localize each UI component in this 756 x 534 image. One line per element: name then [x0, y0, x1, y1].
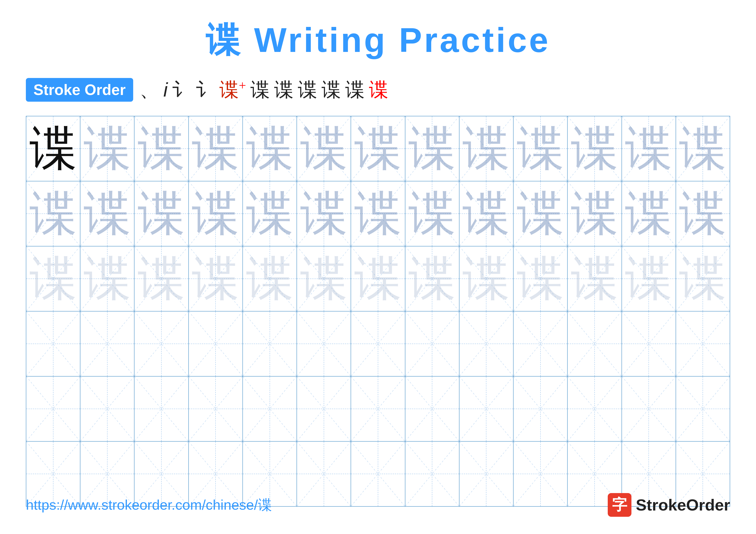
- grid-cell[interactable]: [80, 312, 134, 376]
- grid-cell[interactable]: 谍: [405, 116, 459, 181]
- svg-line-116: [351, 376, 405, 441]
- grid-cell[interactable]: 谍: [351, 181, 405, 246]
- grid-cell[interactable]: 谍: [405, 246, 459, 311]
- grid-cell[interactable]: 谍: [134, 116, 189, 181]
- grid-cell[interactable]: 谍: [26, 181, 80, 246]
- char-ghost: 谍: [571, 190, 618, 237]
- grid-cell[interactable]: 谍: [351, 116, 405, 181]
- practice-grid: 谍 谍 谍 谍 谍 谍 谍: [26, 116, 730, 507]
- grid-cell[interactable]: 谍: [243, 116, 297, 181]
- grid-cell[interactable]: [351, 376, 405, 441]
- grid-cell[interactable]: 谍: [243, 246, 297, 311]
- grid-cell[interactable]: 谍: [189, 181, 243, 246]
- grid-cell[interactable]: [297, 312, 351, 376]
- stroke-7: 谍: [274, 77, 293, 103]
- grid-row-1: 谍 谍 谍 谍 谍 谍 谍: [26, 116, 730, 181]
- svg-line-90: [351, 312, 405, 376]
- grid-cell[interactable]: 谍: [134, 246, 189, 311]
- grid-cell[interactable]: [80, 376, 134, 441]
- grid-cell[interactable]: 谍: [80, 116, 134, 181]
- grid-cell[interactable]: 谍: [189, 246, 243, 311]
- grid-cell[interactable]: [459, 376, 514, 441]
- grid-cell[interactable]: [676, 312, 730, 376]
- svg-line-128: [676, 376, 730, 441]
- char-ghost-light: 谍: [625, 255, 672, 302]
- grid-cell[interactable]: 谍: [243, 181, 297, 246]
- stroke-10: 谍: [345, 77, 364, 103]
- char-ghost: 谍: [84, 125, 131, 172]
- grid-cell[interactable]: [26, 376, 80, 441]
- char-ghost: 谍: [679, 125, 726, 172]
- grid-cell[interactable]: [134, 376, 189, 441]
- char-ghost: 谍: [517, 190, 564, 237]
- grid-cell[interactable]: 谍: [26, 246, 80, 311]
- grid-cell[interactable]: 谍: [514, 116, 568, 181]
- svg-line-99: [568, 312, 621, 376]
- grid-cell[interactable]: 谍: [80, 181, 134, 246]
- grid-cell[interactable]: [243, 312, 297, 376]
- stroke-8: 谍: [298, 77, 317, 103]
- grid-cell[interactable]: 谍: [405, 181, 459, 246]
- grid-cell[interactable]: [568, 376, 622, 441]
- svg-line-100: [622, 312, 676, 376]
- grid-cell[interactable]: 谍: [189, 116, 243, 181]
- grid-cell[interactable]: 谍: [568, 181, 622, 246]
- stroke-order-badge[interactable]: Stroke Order: [26, 78, 133, 102]
- char-ghost: 谍: [192, 190, 239, 237]
- grid-cell[interactable]: 谍: [676, 116, 730, 181]
- svg-line-125: [568, 376, 621, 441]
- grid-cell[interactable]: 谍: [622, 246, 676, 311]
- grid-cell[interactable]: [189, 312, 243, 376]
- grid-row-5: [26, 376, 730, 442]
- grid-cell[interactable]: [189, 376, 243, 441]
- grid-cell[interactable]: 谍: [297, 246, 351, 311]
- grid-cell[interactable]: 谍: [459, 181, 514, 246]
- grid-cell[interactable]: 谍: [622, 181, 676, 246]
- svg-line-101: [622, 312, 676, 376]
- grid-cell[interactable]: 谍: [26, 116, 80, 181]
- grid-cell[interactable]: [297, 376, 351, 441]
- grid-cell[interactable]: 谍: [568, 116, 622, 181]
- grid-cell[interactable]: 谍: [134, 181, 189, 246]
- strokeorder-logo-icon: 字: [608, 493, 632, 517]
- grid-cell[interactable]: 谍: [514, 181, 568, 246]
- grid-cell[interactable]: [568, 312, 622, 376]
- svg-line-97: [514, 312, 567, 376]
- grid-cell[interactable]: 谍: [676, 181, 730, 246]
- svg-line-78: [26, 312, 80, 376]
- stroke-9: 谍: [322, 77, 341, 103]
- char-ghost-light: 谍: [138, 255, 185, 302]
- grid-cell[interactable]: [26, 312, 80, 376]
- footer-url[interactable]: https://www.strokeorder.com/chinese/谍: [26, 496, 272, 514]
- grid-cell[interactable]: 谍: [514, 246, 568, 311]
- grid-cell[interactable]: 谍: [622, 116, 676, 181]
- grid-cell[interactable]: [622, 376, 676, 441]
- svg-line-104: [26, 376, 80, 441]
- grid-cell[interactable]: 谍: [80, 246, 134, 311]
- stroke-2: i: [163, 79, 168, 101]
- grid-cell[interactable]: [134, 312, 189, 376]
- grid-cell[interactable]: [405, 312, 459, 376]
- grid-cell[interactable]: 谍: [297, 181, 351, 246]
- char-ghost: 谍: [408, 125, 456, 172]
- char-ghost: 谍: [354, 125, 402, 172]
- grid-cell[interactable]: [622, 312, 676, 376]
- grid-cell[interactable]: 谍: [459, 116, 514, 181]
- grid-cell[interactable]: 谍: [568, 246, 622, 311]
- svg-line-96: [514, 312, 567, 376]
- grid-cell[interactable]: [676, 376, 730, 441]
- char-ghost: 谍: [625, 125, 672, 172]
- grid-cell[interactable]: [351, 312, 405, 376]
- grid-cell[interactable]: [514, 312, 568, 376]
- char-ghost: 谍: [300, 190, 348, 237]
- grid-cell[interactable]: [405, 376, 459, 441]
- grid-cell[interactable]: [243, 376, 297, 441]
- grid-cell[interactable]: 谍: [459, 246, 514, 311]
- grid-cell[interactable]: [514, 376, 568, 441]
- grid-cell[interactable]: 谍: [676, 246, 730, 311]
- svg-line-105: [26, 376, 80, 441]
- svg-line-113: [243, 376, 297, 441]
- grid-cell[interactable]: [459, 312, 514, 376]
- grid-cell[interactable]: 谍: [351, 246, 405, 311]
- grid-cell[interactable]: 谍: [297, 116, 351, 181]
